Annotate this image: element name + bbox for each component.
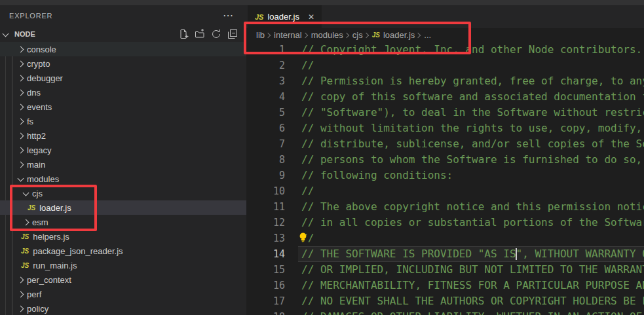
tree-item-label: loader.js xyxy=(39,203,71,213)
line-number[interactable]: 6 xyxy=(246,120,285,136)
tree-item-modules[interactable]: modules xyxy=(0,172,246,186)
tree-item-crypto[interactable]: crypto xyxy=(0,56,246,71)
tree-item-label: crypto xyxy=(27,59,50,69)
tree-item-label: package_json_reader.js xyxy=(33,246,123,256)
section-actions xyxy=(178,29,238,39)
tree-item-run-main-js[interactable]: JS run_main.js xyxy=(0,258,246,272)
code-line[interactable]: 9 // following conditions: xyxy=(246,168,644,183)
line-number[interactable]: 2 xyxy=(246,58,285,73)
code-text: // Permission is hereby granted, free of… xyxy=(298,73,644,89)
code-text: // OR IMPLIED, INCLUDING BUT NOT LIMITED… xyxy=(298,262,644,278)
code-line[interactable]: 1 // Copyright Joyent, Inc. and other No… xyxy=(246,42,644,58)
code-text: // "Software"), to deal in the Software … xyxy=(298,105,644,120)
line-number[interactable]: 16 xyxy=(246,278,285,293)
line-number[interactable]: 1 xyxy=(246,42,285,58)
file-tree: console crypto debugger dns events fs ht… xyxy=(0,42,246,315)
js-file-icon: JS xyxy=(21,262,29,269)
tree-item-label: cjs xyxy=(32,189,43,198)
code-line[interactable]: 15 // OR IMPLIED, INCLUDING BUT NOT LIMI… xyxy=(246,262,644,278)
js-file-icon: JS xyxy=(21,233,29,240)
refresh-icon[interactable] xyxy=(211,29,221,39)
quick-fix-lightbulb-icon[interactable] xyxy=(297,232,309,244)
tree-item-legacy[interactable]: legacy xyxy=(0,143,246,157)
code-line[interactable]: 18 // DAMAGES OR OTHER LIABILITY, WHETHE… xyxy=(246,309,644,315)
breadcrumb-item-loader-js[interactable]: JSloader.js xyxy=(372,30,415,40)
close-icon[interactable]: ✕ xyxy=(308,12,314,22)
new-file-icon[interactable] xyxy=(178,29,189,39)
code-text: // persons to whom the Software is furni… xyxy=(298,152,644,168)
code-line[interactable]: 3 // Permission is hereby granted, free … xyxy=(246,73,644,89)
breadcrumb: libinternalmodulescjsJSloader.js... xyxy=(246,28,644,42)
tree-item-main[interactable]: main xyxy=(0,157,246,172)
tree-item-fs[interactable]: fs xyxy=(0,114,246,128)
line-number[interactable]: 9 xyxy=(246,168,285,183)
tree-item-events[interactable]: events xyxy=(0,100,246,114)
tree-item-label: per_context xyxy=(27,275,71,285)
code-line[interactable]: 7 // distribute, sublicense, and/or sell… xyxy=(246,136,644,152)
code-line[interactable]: 16 // MERCHANTABILITY, FITNESS FOR A PAR… xyxy=(246,278,644,293)
line-number[interactable]: 12 xyxy=(246,215,285,231)
breadcrumb-item-cjs[interactable]: cjs xyxy=(352,30,363,40)
chevron-separator-icon xyxy=(363,32,368,37)
node-section-header[interactable]: NODE xyxy=(0,26,246,42)
code-line[interactable]: 10 // xyxy=(246,183,644,199)
tree-item-esm[interactable]: esm xyxy=(0,215,246,229)
breadcrumb-item-modules[interactable]: modules xyxy=(311,30,343,40)
breadcrumb-item-internal[interactable]: internal xyxy=(274,30,302,40)
chevron-right-icon xyxy=(18,132,24,139)
line-number[interactable]: 18 xyxy=(246,309,285,315)
line-number[interactable]: 13 xyxy=(246,231,285,246)
tab-loader-js[interactable]: JS loader.js ✕ xyxy=(248,5,322,28)
tree-item-cjs[interactable]: cjs xyxy=(0,186,246,200)
tree-item-label: run_main.js xyxy=(33,261,77,270)
code-line[interactable]: 17 // NO EVENT SHALL THE AUTHORS OR COPY… xyxy=(246,293,644,309)
tree-item-loader-js[interactable]: JS loader.js xyxy=(0,200,246,215)
tree-item-console[interactable]: console xyxy=(0,42,246,56)
line-number[interactable]: 8 xyxy=(246,152,285,168)
chevron-down-icon xyxy=(18,175,24,181)
tree-item-perf[interactable]: perf xyxy=(0,287,246,301)
tree-item-debugger[interactable]: debugger xyxy=(0,71,246,85)
line-number[interactable]: 17 xyxy=(246,293,285,309)
tree-item-http2[interactable]: http2 xyxy=(0,128,246,143)
code-text: // xyxy=(298,231,644,246)
code-text: // distribute, sublicense, and/or sell c… xyxy=(298,136,644,152)
code-text: // Copyright Joyent, Inc. and other Node… xyxy=(298,42,644,58)
collapse-all-icon[interactable] xyxy=(227,29,238,39)
breadcrumb-item-lib[interactable]: lib xyxy=(256,30,265,40)
line-number[interactable]: 7 xyxy=(246,136,285,152)
tree-item-label: perf xyxy=(27,289,41,299)
tree-item-policy[interactable]: policy xyxy=(0,301,246,315)
code-line[interactable]: 11 // The above copyright notice and thi… xyxy=(246,199,644,215)
code-text: // THE SOFTWARE IS PROVIDED "AS IS", WIT… xyxy=(298,246,644,262)
chevron-right-icon xyxy=(18,276,24,283)
code-line[interactable]: 4 // copy of this software and associate… xyxy=(246,89,644,105)
code-line[interactable]: 8 // persons to whom the Software is fur… xyxy=(246,152,644,168)
line-number[interactable]: 4 xyxy=(246,89,285,105)
tree-item-label: helpers.js xyxy=(33,232,69,242)
code-line[interactable]: 2 // xyxy=(246,58,644,73)
line-number[interactable]: 14 xyxy=(246,246,285,262)
code-line[interactable]: 6 // without limitation the rights to us… xyxy=(246,120,644,136)
line-number[interactable]: 3 xyxy=(246,73,285,89)
tree-item-dns[interactable]: dns xyxy=(0,85,246,100)
code-text: // DAMAGES OR OTHER LIABILITY, WHETHER I… xyxy=(298,309,644,315)
tree-item-per-context[interactable]: per_context xyxy=(0,272,246,287)
code-line[interactable]: 14 // THE SOFTWARE IS PROVIDED "AS IS", … xyxy=(246,246,644,262)
new-folder-icon[interactable] xyxy=(195,29,205,39)
js-file-icon: JS xyxy=(255,13,263,21)
tree-item-label: events xyxy=(27,102,52,112)
code-text: // MERCHANTABILITY, FITNESS FOR A PARTIC… xyxy=(298,278,644,293)
more-actions-icon[interactable]: ⋯ xyxy=(223,12,233,19)
tree-item-helpers-js[interactable]: JS helpers.js xyxy=(0,229,246,244)
code-editor[interactable]: 1 // Copyright Joyent, Inc. and other No… xyxy=(246,42,644,315)
line-number[interactable]: 11 xyxy=(246,199,285,215)
code-line[interactable]: 12 // in all copies or substantial porti… xyxy=(246,215,644,231)
line-number[interactable]: 10 xyxy=(246,183,285,199)
text-cursor xyxy=(516,248,517,260)
tree-item-package-json-reader-js[interactable]: JS package_json_reader.js xyxy=(0,244,246,258)
breadcrumb-item-[interactable]: ... xyxy=(424,30,431,40)
line-number[interactable]: 5 xyxy=(246,105,285,120)
code-line[interactable]: 5 // "Software"), to deal in the Softwar… xyxy=(246,105,644,120)
line-number[interactable]: 15 xyxy=(246,262,285,278)
